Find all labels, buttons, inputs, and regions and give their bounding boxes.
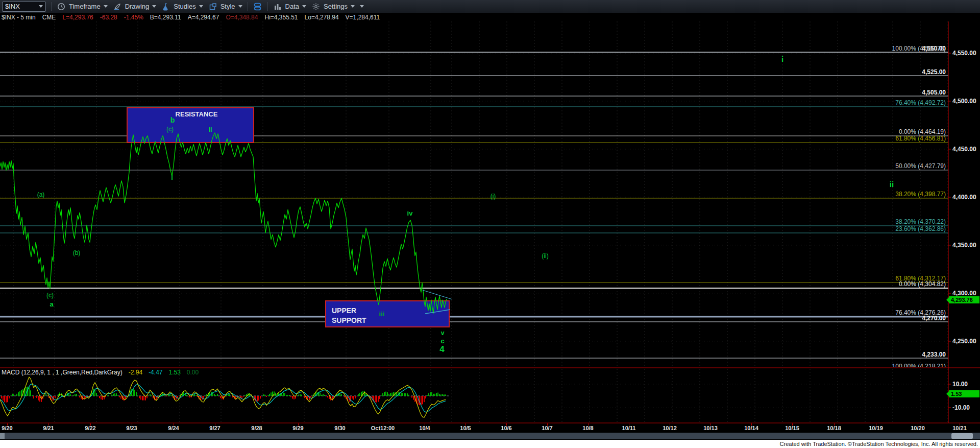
histogram-bar <box>401 393 402 396</box>
time-axis-label: 10/13 <box>703 425 718 431</box>
histogram-bar <box>387 392 388 396</box>
histogram-bar <box>402 393 403 396</box>
price-axis-label: 4,450.00 <box>952 146 976 153</box>
menu-drawing[interactable]: Drawing <box>113 2 157 11</box>
histogram-bar <box>327 396 328 397</box>
histogram-bar <box>284 393 285 396</box>
histogram-bar <box>320 393 321 396</box>
histogram-bar <box>229 394 230 396</box>
time-axis-label: 10/18 <box>827 425 841 431</box>
horizontal-line-label: 4,270.00 <box>922 315 946 322</box>
histogram-bar <box>391 393 393 396</box>
time-axis-label: 10/15 <box>785 425 799 431</box>
pct-change: -1.45% <box>124 14 143 21</box>
histogram-bar <box>382 393 383 396</box>
horizontal-line-label: 4,550.00 <box>922 45 946 52</box>
histogram-bar <box>267 395 268 396</box>
menu-label: Drawing <box>125 3 150 10</box>
low: Lo=4,278.94 <box>305 14 339 21</box>
chart-canvas[interactable]: 100.00% (4,550.76)76.40% (4,492.72)0.00%… <box>0 0 980 448</box>
histogram-bar <box>286 395 287 396</box>
bid: B=4,293.11 <box>150 14 181 21</box>
histogram-bar <box>3 396 4 400</box>
time-axis-label: 10/4 <box>419 425 430 431</box>
histogram-bar <box>355 396 356 398</box>
time-axis-label: Oct12:00 <box>371 425 395 431</box>
histogram-bar <box>257 396 258 402</box>
histogram-bar <box>214 394 215 396</box>
histogram-bar <box>7 396 8 402</box>
histogram-bar <box>298 395 299 396</box>
histogram-bar <box>35 396 36 396</box>
price-pane[interactable]: 100.00% (4,550.76)76.40% (4,492.72)0.00%… <box>0 21 948 370</box>
histogram-bar <box>309 396 310 400</box>
macd-avg-value: -4.47 <box>149 369 162 376</box>
chevron-down-icon <box>302 5 306 8</box>
histogram-bar <box>260 396 261 398</box>
macd-pane[interactable] <box>0 369 948 423</box>
scrollbar-thumb[interactable] <box>951 433 973 439</box>
histogram-bar <box>205 396 206 396</box>
histogram-bar <box>263 394 264 396</box>
histogram-bar <box>107 395 108 396</box>
scrollbar-left-stub[interactable] <box>0 433 5 439</box>
time-axis-label: 10/20 <box>911 425 925 431</box>
time-axis-label: 10/21 <box>952 425 967 431</box>
histogram-bar <box>142 396 143 400</box>
histogram-bar <box>55 396 56 398</box>
histogram-bar <box>111 394 112 396</box>
trendline[interactable] <box>423 290 452 299</box>
overflow-chevron-icon[interactable] <box>360 5 364 8</box>
wave-label: v <box>441 329 445 337</box>
time-axis[interactable]: 9/209/219/229/239/249/279/289/299/30Oct1… <box>0 423 980 432</box>
credit-bar: Created with TradeStation. ©TradeStation… <box>0 440 980 448</box>
histogram-bar <box>241 396 242 399</box>
histogram-bar <box>4 396 5 402</box>
histogram-bar <box>19 391 20 396</box>
histogram-bar <box>215 395 216 396</box>
horizontal-scrollbar[interactable] <box>0 433 980 439</box>
histogram-bar <box>243 396 244 396</box>
histogram-bar <box>379 396 380 399</box>
histogram-bar <box>359 393 360 396</box>
wave-label: 4 <box>439 344 445 354</box>
time-axis-label: 10/14 <box>744 425 758 431</box>
histogram-bar <box>407 393 408 396</box>
histogram-bar <box>376 396 377 403</box>
menu-settings[interactable]: Settings <box>311 2 355 11</box>
histogram-bar <box>139 396 140 398</box>
symbol-info-bar: $INX - 5 min CME L=4,293.76 -63.28 -1.45… <box>0 13 980 21</box>
fib-label: 0.00% (4,304.82) <box>899 280 946 288</box>
histogram-bar <box>408 395 409 396</box>
histogram-bar <box>226 395 227 396</box>
histogram-bar <box>16 394 17 396</box>
symbol-input[interactable]: $INX <box>2 2 46 12</box>
menu-timeframe[interactable]: Timeframe <box>57 2 108 11</box>
histogram-bar <box>137 395 138 396</box>
style-icon <box>208 2 217 11</box>
histogram-bar <box>33 396 34 398</box>
histogram-bar <box>114 393 115 396</box>
histogram-bar <box>292 396 293 398</box>
last-price: L=4,293.76 <box>62 14 93 21</box>
layers-button[interactable] <box>253 2 262 11</box>
time-axis-label: 10/8 <box>582 425 593 431</box>
wave-label: (c) <box>46 292 54 299</box>
menu-data[interactable]: Data <box>273 2 306 11</box>
histogram-bar <box>353 396 354 400</box>
macd-study-label[interactable]: MACD (12,26,9, 1 , 1 ,Green,Red,DarkGray… <box>2 369 122 376</box>
price-line <box>0 133 447 314</box>
histogram-bar <box>195 395 197 396</box>
histogram-bar <box>404 393 405 396</box>
histogram-bar <box>385 392 386 396</box>
histogram-bar <box>120 396 121 399</box>
menu-studies[interactable]: Studies <box>161 2 203 11</box>
histogram-bar <box>436 393 437 396</box>
fib-label: 50.00% (4,427.79) <box>895 162 946 170</box>
menu-style[interactable]: Style <box>208 2 242 11</box>
time-axis-label: 9/24 <box>168 425 179 431</box>
histogram-bar <box>58 394 59 396</box>
histogram-bar <box>113 394 114 396</box>
histogram-bar <box>45 394 46 396</box>
histogram-bar <box>171 395 172 396</box>
